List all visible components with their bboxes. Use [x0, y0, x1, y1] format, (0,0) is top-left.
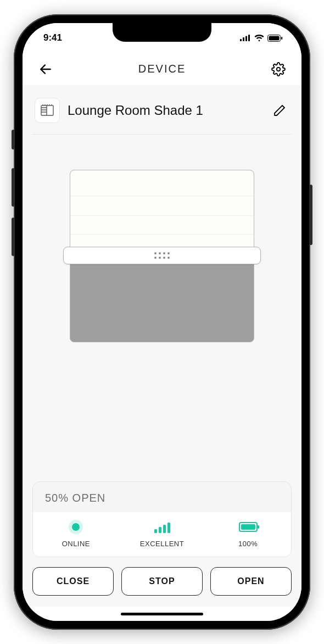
- stop-button[interactable]: STOP: [121, 567, 203, 596]
- action-row: CLOSE STOP OPEN: [32, 567, 292, 600]
- status-battery-label: 100%: [238, 540, 258, 548]
- gear-icon: [271, 62, 286, 76]
- screen: 9:41: [23, 23, 301, 621]
- nav-header: DEVICE: [23, 53, 301, 86]
- svg-rect-1: [243, 37, 244, 41]
- svg-rect-0: [240, 39, 242, 41]
- device-row: Lounge Room Shade 1: [32, 96, 292, 135]
- shade-handle[interactable]: [63, 247, 261, 264]
- page-title: DEVICE: [138, 63, 186, 75]
- svg-point-15: [44, 104, 46, 106]
- device-name: Lounge Room Shade 1: [68, 103, 262, 118]
- svg-rect-5: [269, 36, 280, 40]
- position-label: 50% OPEN: [33, 482, 291, 512]
- status-signal: EXCELLENT: [119, 520, 205, 548]
- wifi-icon: [254, 35, 264, 42]
- status-online-label: ONLINE: [62, 540, 90, 548]
- online-dot-icon: [72, 523, 80, 531]
- battery-level-icon: [239, 522, 258, 532]
- phone-side-button: [12, 130, 15, 149]
- arrow-left-icon: [38, 62, 53, 76]
- back-button[interactable]: [36, 59, 55, 79]
- svg-rect-9: [41, 106, 53, 115]
- edit-name-button[interactable]: [270, 101, 289, 120]
- settings-button[interactable]: [269, 59, 288, 79]
- content-area: Lounge Room Shade 1: [23, 86, 301, 607]
- svg-rect-3: [248, 35, 250, 41]
- status-time: 9:41: [43, 32, 62, 43]
- svg-point-16: [47, 104, 48, 106]
- status-card: 50% OPEN ONLINE EXCELLENT: [32, 481, 292, 557]
- status-right: [240, 35, 283, 42]
- home-indicator-area: [23, 607, 301, 621]
- phone-frame: 9:41: [14, 14, 310, 630]
- home-indicator[interactable]: [121, 613, 203, 615]
- status-battery: 100%: [205, 520, 291, 548]
- svg-point-18: [51, 104, 52, 106]
- notch: [113, 23, 211, 42]
- shade-visualization-area: [32, 135, 292, 481]
- phone-side-button: [309, 185, 312, 245]
- cellular-icon: [240, 35, 251, 41]
- svg-point-17: [49, 104, 50, 106]
- svg-point-8: [277, 67, 281, 71]
- pencil-icon: [273, 104, 286, 117]
- shade-icon: [40, 103, 55, 118]
- battery-icon: [267, 35, 283, 42]
- status-grid: ONLINE EXCELLENT: [33, 512, 291, 557]
- phone-side-button: [12, 218, 15, 256]
- grip-icon: [154, 252, 170, 259]
- phone-side-button: [12, 168, 15, 207]
- signal-bars-icon: [154, 521, 170, 533]
- device-type-icon-box: [35, 98, 60, 123]
- svg-point-14: [42, 104, 43, 106]
- svg-rect-2: [245, 36, 247, 42]
- shade-visualization: [70, 170, 254, 342]
- open-button[interactable]: OPEN: [210, 567, 292, 596]
- status-signal-label: EXCELLENT: [140, 540, 184, 548]
- status-online: ONLINE: [33, 520, 119, 548]
- svg-rect-6: [281, 37, 282, 40]
- close-button[interactable]: CLOSE: [32, 567, 114, 596]
- shade-fabric: [70, 170, 254, 248]
